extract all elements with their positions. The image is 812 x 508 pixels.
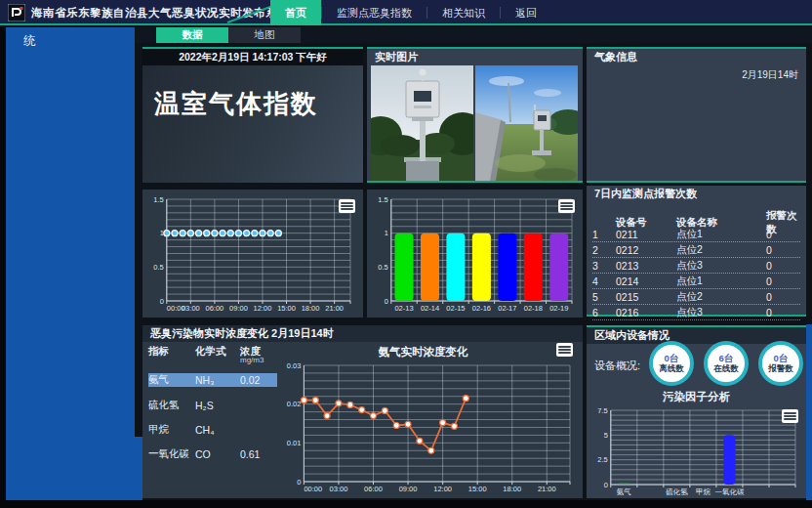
pollutants-panel-title: 恶臭污染物实时浓度变化 2月19日14时: [142, 325, 583, 342]
pollutant-row-co[interactable]: 一氧化碳CO0.61: [148, 446, 277, 462]
right-edge-strip: [806, 324, 812, 500]
svg-text:03:00: 03:00: [330, 485, 348, 493]
table-row: 40214点位10: [592, 274, 800, 289]
svg-text:一氧化碳: 一氧化碳: [714, 487, 745, 496]
page-headline: 温室气体指数: [154, 87, 318, 121]
chart-toolbox-icon[interactable]: [556, 343, 573, 357]
svg-text:12:00: 12:00: [254, 304, 272, 313]
content-area: 2022年2月19日 14:17:03 下午好 温室气体指数 实时图片: [135, 43, 812, 500]
pollution-analysis-chart: 氨气硫化氢甲烷一氧化碳02.557.5: [589, 403, 802, 498]
dashboard: 海南省乐东黎族自治县大气恶臭状况实时发布系 首页 监测点恶臭指数 相关知识 返回…: [0, 0, 812, 508]
svg-text:00:00: 00:00: [304, 485, 322, 493]
alarm-count-badge: 0台 报警数: [758, 341, 803, 386]
sidebar-extension: [135, 437, 142, 500]
table-row: 60216点位30: [592, 305, 800, 320]
svg-text:硫化氢: 硫化氢: [666, 487, 688, 496]
svg-text:21:00: 21:00: [325, 304, 344, 313]
pollutants-panel: 恶臭污染物实时浓度变化 2月19日14时 指标 化学式 浓度mg/m3 氨气NH…: [142, 325, 583, 498]
pollutant-row-h2s[interactable]: 硫化氢H₂S: [148, 398, 277, 413]
svg-text:0.01: 0.01: [287, 439, 302, 447]
hourly-index-chart-panel: 00:0003:0006:0009:0012:0015:0018:0021:00…: [142, 190, 363, 318]
svg-text:0.5: 0.5: [153, 263, 163, 272]
svg-text:1: 1: [385, 229, 388, 237]
svg-text:02-13: 02-13: [394, 304, 413, 313]
photos-panel: 实时图片: [367, 47, 583, 183]
svg-text:氨气: 氨气: [617, 487, 631, 496]
unit-label: mg/m3: [240, 356, 264, 364]
svg-text:1.5: 1.5: [153, 195, 163, 204]
svg-text:02-17: 02-17: [498, 304, 516, 313]
alarm-table-panel: 7日内监测点报警次数 设备号 设备名称 报警次数 10211点位10 20212…: [587, 186, 806, 317]
alarm-table-title: 7日内监测点报警次数: [587, 186, 806, 202]
table-row: 10211点位10: [592, 227, 800, 242]
svg-text:02-15: 02-15: [446, 304, 465, 313]
svg-text:18:00: 18:00: [503, 485, 521, 493]
top-header: 海南省乐东黎族自治县大气恶臭状况实时发布系 首页 监测点恶臭指数 相关知识 返回: [0, 0, 812, 25]
svg-text:02-14: 02-14: [421, 304, 439, 313]
svg-text:18:00: 18:00: [302, 304, 320, 313]
svg-text:06:00: 06:00: [364, 485, 383, 493]
device-overview-label: 设备概况:: [594, 359, 640, 373]
nav-knowledge[interactable]: 相关知识: [427, 0, 500, 25]
svg-text:06:00: 06:00: [206, 304, 224, 313]
pollutant-table-header: 指标 化学式 浓度mg/m3: [148, 344, 277, 360]
tab-data[interactable]: 数据: [156, 27, 228, 43]
chart-toolbox-icon[interactable]: [339, 199, 355, 213]
svg-text:7.5: 7.5: [597, 406, 607, 415]
svg-text:2.5: 2.5: [597, 455, 607, 464]
left-sidebar: 统: [0, 27, 135, 500]
pollutant-table: 指标 化学式 浓度mg/m3 氨气NH₃0.02 硫化氢H₂S 甲烷CH₄ 一氧…: [148, 344, 277, 471]
chart-toolbox-icon[interactable]: [782, 409, 798, 423]
nh3-chart: 00:0003:0006:0009:0012:0015:0018:0021:00…: [277, 359, 577, 495]
weather-timestamp: 2月19日14时: [742, 68, 798, 82]
pollution-analysis-title: 污染因子分析: [587, 390, 806, 404]
weather-panel-title: 气象信息: [587, 49, 806, 65]
svg-text:0.03: 0.03: [287, 361, 302, 370]
offline-count-badge: 0台 离线数: [649, 341, 694, 386]
svg-text:15:00: 15:00: [468, 485, 487, 493]
svg-text:02-18: 02-18: [524, 304, 543, 313]
svg-text:0: 0: [297, 478, 301, 487]
chart-toolbox-icon[interactable]: [558, 199, 575, 213]
svg-text:甲烷: 甲烷: [696, 487, 711, 496]
device-stats: 0台 离线数 6台 在线数 0台 报警数: [649, 341, 803, 386]
svg-text:12:00: 12:00: [433, 485, 452, 493]
nav-odor-index[interactable]: 监测点恶臭指数: [322, 0, 426, 25]
hourly-index-chart: 00:0003:0006:0009:0012:0015:0018:0021:00…: [144, 192, 357, 315]
svg-text:0.5: 0.5: [378, 263, 387, 272]
datetime-bar: 2022年2月19日 14:17:03 下午好: [142, 49, 363, 65]
svg-text:02-19: 02-19: [549, 304, 568, 313]
nav-back[interactable]: 返回: [501, 0, 551, 25]
svg-text:5: 5: [604, 431, 608, 440]
pollutant-row-ch4[interactable]: 甲烷CH₄: [148, 422, 277, 438]
svg-text:03:00: 03:00: [182, 304, 200, 313]
devices-panel: 区域内设备情况 设备概况: 0台 离线数 6台 在线数 0台 报警数 污染因子分…: [587, 325, 806, 498]
svg-text:1.5: 1.5: [378, 195, 387, 204]
table-row: 50215点位20: [592, 289, 800, 305]
pollutant-row-nh3[interactable]: 氨气NH₃0.02: [148, 373, 277, 387]
table-row: 30213点位30: [592, 258, 800, 274]
svg-text:09:00: 09:00: [399, 485, 418, 493]
svg-text:21:00: 21:00: [538, 485, 556, 493]
svg-text:09:00: 09:00: [229, 304, 248, 313]
photo-strip: [371, 65, 578, 181]
table-row: 20212点位20: [592, 242, 800, 258]
station-photo-right: [475, 65, 578, 181]
tab-map[interactable]: 地图: [228, 27, 301, 43]
weather-panel: 气象信息 2月19日14时: [587, 47, 806, 183]
main-nav: 首页 监测点恶臭指数 相关知识 返回: [270, 0, 551, 25]
title-wrap-text: 统: [6, 27, 135, 50]
daily-index-chart-panel: 02-1302-1402-1502-1602-1702-1802-1900.51…: [367, 190, 583, 318]
station-photo-left: [371, 65, 473, 181]
alarm-table-header: 设备号 设备名称 报警次数: [592, 209, 800, 227]
svg-text:1: 1: [160, 229, 164, 237]
greeting-body: 温室气体指数: [142, 65, 363, 183]
app-logo-icon: [8, 4, 25, 21]
svg-text:0: 0: [604, 481, 608, 489]
nav-home[interactable]: 首页: [270, 0, 321, 25]
view-tabs: 数据 地图: [135, 27, 812, 43]
svg-text:0: 0: [385, 297, 388, 306]
alarm-table: 设备号 设备名称 报警次数 10211点位10 20212点位20 30213点…: [592, 209, 800, 320]
online-count-badge: 6台 在线数: [704, 341, 749, 386]
svg-text:0.02: 0.02: [287, 400, 302, 408]
